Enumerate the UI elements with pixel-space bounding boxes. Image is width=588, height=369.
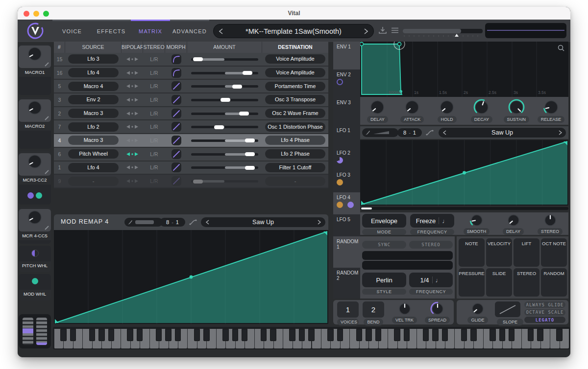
black-key[interactable] [60, 329, 66, 341]
destination-selector[interactable]: Osc 3 Transpose [265, 95, 325, 104]
grid-x-value[interactable]: 8 [166, 219, 169, 225]
random-frequency-button[interactable]: 1/4 ♩ [409, 273, 453, 287]
matrix-row[interactable]: 2Macro 3L/ROsc 2 Wave Frame [54, 107, 328, 121]
edit-pencil-icon[interactable] [45, 170, 49, 174]
mpe-cell-stereo[interactable]: STEREO [514, 268, 539, 297]
stereo-knob[interactable]: STEREO [532, 212, 568, 235]
black-key[interactable] [270, 329, 276, 341]
source-selector[interactable]: Macro 4 [68, 82, 119, 91]
black-key[interactable] [232, 329, 238, 341]
random-tab-2[interactable]: RANDOM 2 [333, 268, 360, 299]
matrix-row[interactable]: 7Lfo 2L/ROsc 1 Distortion Phase [54, 120, 328, 134]
edit-pencil-icon[interactable] [45, 226, 49, 230]
morph-control[interactable] [165, 81, 187, 91]
lfo-grid-control[interactable]: 8 - 1 [397, 128, 422, 137]
matrix-row[interactable]: 5Macro 4L/RPortamento Time [54, 80, 328, 93]
toggle-always-glide[interactable]: ALWAYS GLIDE [524, 301, 565, 308]
black-key[interactable] [423, 329, 429, 341]
amount-slider[interactable] [191, 176, 258, 186]
amount-slider[interactable] [191, 149, 258, 159]
black-key[interactable] [366, 329, 371, 341]
destination-selector[interactable]: - [265, 177, 325, 186]
black-key[interactable] [509, 329, 514, 341]
destination-selector[interactable]: Portamento Time [265, 82, 325, 91]
matrix-row[interactable]: 3Env 2L/ROsc 3 Transpose [54, 93, 328, 107]
amount-slider[interactable] [191, 109, 258, 118]
destination-selector[interactable]: Filter 1 Cutoff [265, 163, 325, 172]
envelope-display[interactable]: 500ms1s1.5s2s2.5s3s3.5s [360, 42, 568, 97]
black-key[interactable] [470, 329, 476, 341]
preset-next-button[interactable] [359, 28, 373, 34]
amount-slider[interactable] [191, 95, 258, 105]
macro1-knob[interactable] [19, 46, 51, 68]
stereo-toggle[interactable]: L/R [143, 111, 165, 116]
source-selector[interactable]: Lfo 2 [68, 122, 119, 132]
macro3-drop-area[interactable] [19, 184, 51, 205]
source-selector[interactable]: Macro 3 [68, 109, 119, 118]
mod-wheel-indicator[interactable] [32, 278, 38, 284]
wave-next-button[interactable] [554, 130, 566, 135]
black-key[interactable] [394, 329, 400, 341]
destination-selector[interactable]: Voice Amplitude [265, 54, 325, 64]
morph-control[interactable] [165, 162, 187, 172]
wave-next-button[interactable] [313, 220, 325, 225]
magnifier-icon[interactable] [558, 45, 564, 51]
stereo-toggle[interactable]: L/R [143, 124, 165, 130]
stereo-toggle[interactable]: L/R [143, 83, 165, 89]
black-key[interactable] [528, 329, 534, 341]
black-key[interactable] [337, 329, 343, 341]
smooth-knob[interactable]: SMOOTH [458, 212, 495, 235]
black-key[interactable] [327, 329, 333, 341]
black-key[interactable] [156, 329, 162, 341]
stereo-toggle[interactable]: L/R [143, 97, 165, 103]
mpe-cell-slide[interactable]: SLIDE [486, 268, 512, 297]
attack-knob[interactable]: ATTACK [395, 97, 430, 125]
mpe-cell-random[interactable]: RANDOM [541, 268, 567, 297]
volume-slider[interactable] [403, 29, 483, 33]
macro2-knob[interactable] [19, 99, 51, 122]
stereo-toggle[interactable]: L/R [143, 138, 165, 143]
mod-wheel-drop-area[interactable] [19, 274, 51, 290]
random-stereo-toggle[interactable]: STEREO [409, 241, 453, 249]
wave-prev-button[interactable] [439, 130, 450, 135]
toggle-legato[interactable]: LEGATO [524, 317, 565, 323]
save-icon[interactable] [378, 26, 387, 35]
env-tab-3[interactable]: ENV 3 [333, 97, 360, 125]
lfo-display[interactable] [360, 140, 568, 206]
lfo-tab-5[interactable]: LFO 5 [333, 214, 360, 237]
sustain-knob[interactable]: SUSTAIN [499, 97, 534, 125]
black-key[interactable] [70, 329, 76, 341]
morph-control[interactable] [165, 68, 187, 78]
black-key[interactable] [499, 329, 505, 341]
black-key[interactable] [537, 329, 543, 341]
amount-slider[interactable] [191, 122, 258, 132]
destination-selector[interactable]: Lfo 4 Phase [265, 136, 325, 145]
black-key[interactable] [194, 329, 200, 341]
delay-knob[interactable]: DELAY [495, 212, 532, 235]
vel-trk-knob[interactable]: VEL TRK [388, 300, 421, 324]
preset-prev-button[interactable] [214, 28, 228, 34]
black-key[interactable] [98, 329, 104, 341]
macro4-drop-area[interactable] [19, 240, 51, 244]
bipolar-toggle[interactable] [122, 152, 143, 157]
tab-matrix[interactable]: MATRIX [131, 20, 170, 42]
mod-indicator-purple-pie[interactable] [337, 157, 343, 163]
amount-slider[interactable] [191, 162, 258, 172]
toggle-octave-scale[interactable]: OCTAVE SCALE [524, 309, 565, 316]
smooth-curve-icon[interactable] [189, 219, 197, 226]
tab-advanced[interactable]: ADVANCED [170, 20, 209, 42]
pitch-wheel-control[interactable] [23, 318, 33, 345]
spread-knob[interactable]: SPREAD [421, 300, 454, 324]
mpe-cell-velocity[interactable]: VELOCITY [486, 238, 512, 267]
black-key[interactable] [289, 329, 295, 341]
lfo-mode-button[interactable]: Envelope [362, 214, 406, 228]
decay-knob[interactable]: DECAY [464, 97, 499, 125]
random-tab-1[interactable]: RANDOM 1 [333, 236, 360, 268]
grid-y-value[interactable]: 1 [413, 130, 416, 136]
amount-slider[interactable] [191, 68, 258, 78]
matrix-row[interactable]: 4Macro 3L/RLfo 4 Phase [54, 134, 328, 148]
bipolar-toggle[interactable] [122, 97, 143, 102]
black-key[interactable] [308, 329, 314, 341]
source-selector[interactable]: - [68, 177, 119, 186]
music-note-icon[interactable]: ♩ [442, 217, 448, 225]
